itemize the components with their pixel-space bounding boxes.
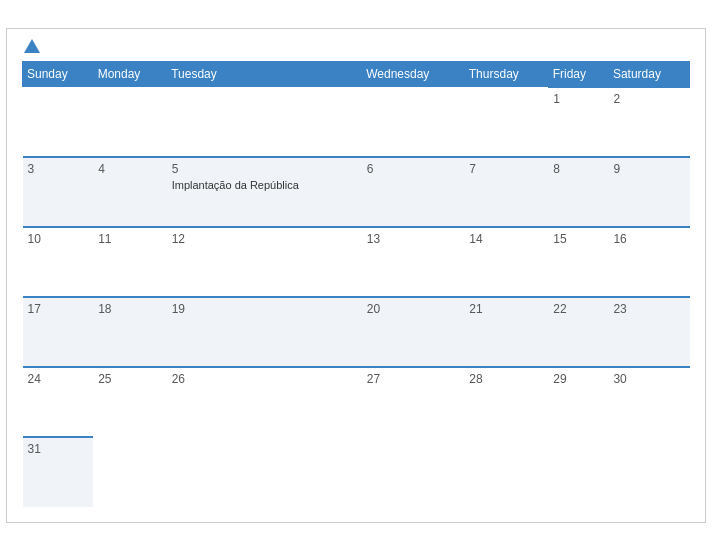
day-number: 1	[553, 92, 603, 106]
week-row-4: 24252627282930	[23, 367, 690, 437]
day-number: 2	[613, 92, 684, 106]
calendar-cell	[362, 87, 465, 157]
weekday-header-monday: Monday	[93, 61, 167, 87]
day-number: 29	[553, 372, 603, 386]
calendar-cell: 18	[93, 297, 167, 367]
calendar-cell: 2	[608, 87, 689, 157]
week-row-5: 31	[23, 437, 690, 507]
calendar-cell: 4	[93, 157, 167, 227]
calendar-cell	[464, 87, 548, 157]
weekday-header-thursday: Thursday	[464, 61, 548, 87]
calendar-cell: 11	[93, 227, 167, 297]
weekday-header-saturday: Saturday	[608, 61, 689, 87]
calendar-cell: 20	[362, 297, 465, 367]
day-number: 25	[98, 372, 162, 386]
day-number: 9	[613, 162, 684, 176]
day-number: 26	[172, 372, 357, 386]
day-number: 7	[469, 162, 543, 176]
calendar-cell: 5Implantação da República	[167, 157, 362, 227]
weekday-header-row: SundayMondayTuesdayWednesdayThursdayFrid…	[23, 61, 690, 87]
calendar-cell: 9	[608, 157, 689, 227]
day-number: 3	[28, 162, 89, 176]
calendar-cell: 16	[608, 227, 689, 297]
day-number: 23	[613, 302, 684, 316]
calendar-cell	[167, 437, 362, 507]
calendar-cell: 24	[23, 367, 94, 437]
day-number: 5	[172, 162, 357, 176]
day-number: 8	[553, 162, 603, 176]
calendar-cell	[93, 87, 167, 157]
week-row-1: 345Implantação da República6789	[23, 157, 690, 227]
calendar-cell: 15	[548, 227, 608, 297]
day-number: 17	[28, 302, 89, 316]
day-number: 24	[28, 372, 89, 386]
calendar-cell: 26	[167, 367, 362, 437]
calendar-cell: 10	[23, 227, 94, 297]
day-number: 4	[98, 162, 162, 176]
calendar-cell: 1	[548, 87, 608, 157]
day-number: 28	[469, 372, 543, 386]
calendar-container: SundayMondayTuesdayWednesdayThursdayFrid…	[6, 28, 706, 523]
logo-triangle-icon	[24, 39, 40, 53]
calendar-cell: 8	[548, 157, 608, 227]
calendar-cell: 27	[362, 367, 465, 437]
calendar-cell: 21	[464, 297, 548, 367]
day-number: 14	[469, 232, 543, 246]
calendar-cell: 28	[464, 367, 548, 437]
calendar-cell: 31	[23, 437, 94, 507]
day-number: 20	[367, 302, 460, 316]
calendar-cell: 22	[548, 297, 608, 367]
calendar-cell: 3	[23, 157, 94, 227]
calendar-cell: 6	[362, 157, 465, 227]
calendar-cell	[362, 437, 465, 507]
calendar-cell	[93, 437, 167, 507]
calendar-cell	[548, 437, 608, 507]
day-number: 30	[613, 372, 684, 386]
day-number: 10	[28, 232, 89, 246]
day-number: 18	[98, 302, 162, 316]
calendar-cell: 7	[464, 157, 548, 227]
day-number: 15	[553, 232, 603, 246]
week-row-0: 12	[23, 87, 690, 157]
day-number: 11	[98, 232, 162, 246]
day-number: 19	[172, 302, 357, 316]
day-number: 16	[613, 232, 684, 246]
calendar-cell	[167, 87, 362, 157]
calendar-cell: 25	[93, 367, 167, 437]
calendar-cell: 13	[362, 227, 465, 297]
logo	[22, 39, 42, 53]
calendar-cell: 17	[23, 297, 94, 367]
weekday-header-friday: Friday	[548, 61, 608, 87]
day-number: 6	[367, 162, 460, 176]
day-number: 13	[367, 232, 460, 246]
calendar-cell: 29	[548, 367, 608, 437]
day-number: 27	[367, 372, 460, 386]
calendar-header	[22, 39, 690, 53]
calendar-cell: 23	[608, 297, 689, 367]
calendar-cell: 12	[167, 227, 362, 297]
day-number: 22	[553, 302, 603, 316]
calendar-cell: 14	[464, 227, 548, 297]
day-number: 12	[172, 232, 357, 246]
weekday-header-tuesday: Tuesday	[167, 61, 362, 87]
calendar-cell	[608, 437, 689, 507]
week-row-3: 17181920212223	[23, 297, 690, 367]
day-number: 31	[28, 442, 89, 456]
event-text: Implantação da República	[172, 179, 299, 191]
calendar-cell	[23, 87, 94, 157]
day-number: 21	[469, 302, 543, 316]
calendar-grid: SundayMondayTuesdayWednesdayThursdayFrid…	[22, 61, 690, 507]
week-row-2: 10111213141516	[23, 227, 690, 297]
calendar-cell: 30	[608, 367, 689, 437]
calendar-cell: 19	[167, 297, 362, 367]
weekday-header-sunday: Sunday	[23, 61, 94, 87]
weekday-header-wednesday: Wednesday	[362, 61, 465, 87]
calendar-cell	[464, 437, 548, 507]
